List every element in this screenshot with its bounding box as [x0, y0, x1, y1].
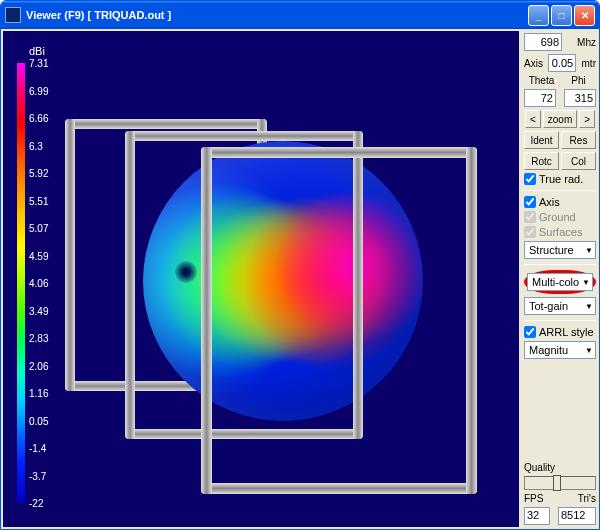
color-scale-bar [17, 63, 25, 503]
tris-value: 8512 [558, 507, 596, 525]
scale-unit-label: dBi [29, 45, 45, 57]
scale-tick: 6.3 [29, 140, 43, 151]
scale-tick: 2.06 [29, 360, 48, 371]
antenna-tube [201, 147, 477, 158]
highlight-annotation: Multi-colo▼ [524, 270, 596, 294]
chevron-down-icon: ▼ [585, 246, 593, 255]
close-button[interactable]: ✕ [574, 5, 595, 26]
col-button[interactable]: Col [561, 152, 596, 170]
ground-checkbox: Ground [524, 211, 596, 223]
scale-tick: 0.05 [29, 415, 48, 426]
scale-tick: -3.7 [29, 470, 46, 481]
divider [524, 264, 596, 265]
scale-tick: 6.66 [29, 113, 48, 124]
chevron-down-icon: ▼ [585, 346, 593, 355]
theta-label: Theta [524, 75, 559, 86]
chevron-down-icon: ▼ [585, 302, 593, 311]
maximize-button[interactable]: □ [551, 5, 572, 26]
chevron-down-icon: ▼ [582, 278, 590, 287]
scale-tick: 1.16 [29, 388, 48, 399]
quality-slider[interactable] [524, 476, 596, 490]
zoom-in-button[interactable]: > [579, 110, 595, 128]
arrl-style-checkbox[interactable]: ARRL style [524, 326, 596, 338]
window-buttons: _ □ ✕ [528, 5, 595, 26]
axis-input[interactable] [548, 54, 576, 72]
rotc-button[interactable]: Rotc [524, 152, 559, 170]
scale-tick: -1.4 [29, 443, 46, 454]
app-icon [5, 7, 21, 23]
scale-tick: -22 [29, 498, 43, 509]
gain-type-select[interactable]: Tot-gain▼ [524, 297, 596, 315]
scale-tick: 5.07 [29, 223, 48, 234]
divider [524, 320, 596, 321]
color-mode-select[interactable]: Multi-colo▼ [527, 273, 593, 291]
scale-tick: 4.06 [29, 278, 48, 289]
axis-label: Axis [524, 58, 543, 69]
antenna-tube [125, 131, 363, 141]
antenna-tube [201, 483, 477, 494]
antenna-tube [466, 147, 477, 494]
quality-label: Quality [524, 462, 596, 473]
antenna-tube [125, 429, 363, 439]
antenna-tube [353, 131, 363, 439]
frequency-unit-label: Mhz [577, 37, 596, 48]
minimize-button[interactable]: _ [528, 5, 549, 26]
theta-input[interactable] [524, 89, 556, 107]
divider [524, 190, 596, 191]
titlebar[interactable]: Viewer (F9) [ TRIQUAD.out ] _ □ ✕ [1, 1, 599, 29]
scale-tick: 3.49 [29, 305, 48, 316]
antenna-tube [201, 147, 212, 494]
ident-button[interactable]: Ident [524, 131, 559, 149]
tris-label: Tri's [561, 493, 596, 504]
antenna-tube [65, 119, 267, 129]
res-button[interactable]: Res [561, 131, 596, 149]
antenna-tube [65, 119, 75, 391]
app-window: Viewer (F9) [ TRIQUAD.out ] _ □ ✕ dBi 7.… [0, 0, 600, 530]
scale-tick: 2.83 [29, 333, 48, 344]
axis-checkbox[interactable]: Axis [524, 196, 596, 208]
surfaces-checkbox: Surfaces [524, 226, 596, 238]
content-area: dBi 7.316.996.666.35.925.515.074.594.063… [1, 29, 599, 529]
fps-value: 32 [524, 507, 550, 525]
scale-tick: 5.92 [29, 168, 48, 179]
axis-unit-label: mtr [582, 58, 596, 69]
3d-viewport[interactable]: dBi 7.316.996.666.35.925.515.074.594.063… [3, 31, 519, 527]
zoom-label-button[interactable]: zoom [543, 110, 577, 128]
slider-thumb[interactable] [553, 475, 561, 491]
phi-label: Phi [561, 75, 596, 86]
true-rad-checkbox[interactable]: True rad. [524, 173, 596, 185]
magnitude-select[interactable]: Magnitu▼ [524, 341, 596, 359]
antenna-tube [125, 131, 135, 439]
radiation-pattern-sphere [143, 141, 423, 421]
structure-select[interactable]: Structure▼ [524, 241, 596, 259]
scale-tick: 4.59 [29, 250, 48, 261]
window-title: Viewer (F9) [ TRIQUAD.out ] [26, 9, 528, 21]
frequency-input[interactable] [524, 33, 562, 51]
fps-label: FPS [524, 493, 559, 504]
phi-input[interactable] [564, 89, 596, 107]
scale-tick: 7.31 [29, 58, 48, 69]
scale-tick: 5.51 [29, 195, 48, 206]
control-sidebar: Mhz Axis mtr Theta Phi < zoom > Ident [521, 29, 599, 529]
zoom-out-button[interactable]: < [525, 110, 541, 128]
scale-tick: 6.99 [29, 85, 48, 96]
